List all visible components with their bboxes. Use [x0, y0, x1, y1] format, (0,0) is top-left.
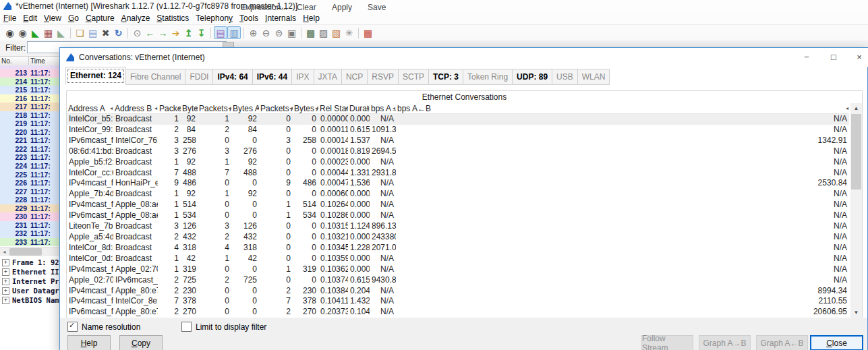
zoom-in-icon[interactable]: ⊕ — [247, 27, 260, 39]
column-header-packets[interactable]: Packets◂ — [158, 103, 181, 114]
conversation-row[interactable]: Apple_b5:f2:87Broadcast192192000.0002330… — [67, 157, 849, 168]
detail-line[interactable]: +Frame 1: 92 — [0, 258, 60, 267]
vscroll-thumb[interactable] — [851, 114, 861, 189]
tab-tcp-3[interactable]: TCP: 3 — [429, 69, 463, 85]
detail-line[interactable]: +NetBIOS Nam — [0, 295, 60, 305]
column-header-bytes-a-b[interactable]: Bytes A←B◂ — [293, 103, 318, 114]
conversation-row[interactable]: LiteonTe_7b:65:e7Broadcast31263126000.10… — [67, 221, 849, 232]
copy-button[interactable]: Copy — [119, 335, 163, 350]
menu-help[interactable]: Help — [299, 13, 323, 23]
packet-row[interactable]: 22011:17: — [0, 128, 60, 137]
conversation-row[interactable]: IntelCor_8d:dc:86Broadcast43184318000.10… — [67, 243, 849, 254]
help-button[interactable]: Help — [67, 335, 111, 350]
menu-statistics[interactable]: Statistics — [153, 13, 192, 23]
packet-row[interactable]: 21811:17: — [0, 111, 60, 120]
hscroll-thumb[interactable] — [9, 248, 42, 256]
expander-icon[interactable]: + — [2, 287, 9, 295]
tab-sctp[interactable]: SCTP — [399, 69, 429, 85]
table-vscrollbar[interactable]: ▲ ▼ — [850, 103, 862, 318]
conversation-row[interactable]: IPv6mcast_fbApple_80:e7:e022700022700.20… — [67, 307, 849, 318]
partial-expression-button[interactable]: Expression... — [241, 3, 287, 12]
detail-line[interactable]: +User Datagr — [0, 286, 60, 295]
close-window-button[interactable]: × — [849, 50, 868, 63]
menu-internals[interactable]: Internals — [262, 13, 299, 23]
limit-display-filter-checkbox[interactable]: ✓ Limit to display filter — [181, 322, 266, 332]
open-capture-icon[interactable]: ❏ — [74, 27, 86, 39]
zoom-out-icon[interactable]: ⊖ — [260, 27, 272, 39]
start-capture-icon[interactable]: ◣ — [29, 27, 42, 39]
conversation-row[interactable]: IPv4mcast_fbApple_02:70:3813190013190.10… — [67, 264, 849, 275]
detail-line[interactable]: +Ethernet II — [0, 267, 60, 276]
partial-clear-button[interactable]: Clear — [297, 3, 316, 12]
conversation-row[interactable]: 08:6d:41:bd:86:86Broadcast32763276000.00… — [67, 146, 849, 157]
conversation-row[interactable]: IPv4mcast_fbHonHaiPr_e5:d6:0994860094860… — [67, 178, 849, 189]
menu-file[interactable]: File — [0, 13, 20, 23]
capture-options-icon[interactable]: ◉ — [16, 27, 29, 39]
scroll-up-icon[interactable]: ▲ — [850, 103, 862, 113]
go-back-icon[interactable]: ← — [144, 27, 156, 39]
expander-icon[interactable]: + — [2, 259, 9, 266]
go-to-top-icon[interactable]: ↥ — [182, 27, 195, 39]
packet-row[interactable]: 22311:17: — [0, 153, 60, 162]
column-no[interactable]: No. — [1, 57, 12, 65]
tab-ipv4-64[interactable]: IPv4: 64 — [213, 69, 252, 85]
preferences-icon[interactable]: ✳ — [343, 27, 355, 39]
column-header-duration[interactable]: Duration◂ — [348, 103, 370, 114]
tab-ncp[interactable]: NCP — [342, 69, 368, 85]
column-header-bytes-a-b[interactable]: Bytes A→B◂ — [231, 103, 259, 114]
find-packet-icon[interactable]: ⊙ — [131, 27, 144, 39]
menu-view[interactable]: View — [40, 13, 65, 23]
column-header-packets-a-b[interactable]: Packets A→B◂ — [198, 103, 231, 114]
maximize-button[interactable]: □ — [823, 50, 844, 63]
tab-ipv6-44[interactable]: IPv6: 44 — [253, 69, 292, 85]
conversation-row[interactable]: IntelCor_99:55:deBroadcast284284000.0001… — [67, 125, 849, 136]
packet-row[interactable]: 23011:17: — [0, 212, 60, 221]
conversation-row[interactable]: IPv4mcast_fbIntelCor_8e:1c:d273780073780… — [67, 296, 849, 307]
conversation-row[interactable]: IPv6mcast_fbApple_08:ae:2515340015340.10… — [67, 210, 849, 221]
column-header-bps-a-b[interactable]: bps A→B◂ — [370, 103, 396, 114]
close-capture-icon[interactable]: ✖ — [99, 27, 112, 39]
conversation-row[interactable]: Apple_7b:4d:d5Broadcast192192000.0006070… — [67, 189, 849, 200]
scroll-left-icon[interactable]: ◂ — [0, 247, 9, 256]
checkbox-icon[interactable]: ✓ — [67, 322, 78, 332]
resize-columns-icon[interactable]: ▣ — [285, 27, 298, 39]
packet-row[interactable]: 22211:17: — [0, 145, 60, 154]
tab-ipx[interactable]: IPX — [292, 69, 314, 85]
close-button[interactable]: Close — [810, 335, 863, 350]
column-header-address-b[interactable]: Address B◂ — [113, 103, 158, 114]
tab-token-ring[interactable]: Token Ring — [463, 69, 513, 85]
scroll-down-icon[interactable]: ▼ — [850, 308, 862, 318]
tab-fddi[interactable]: FDDI — [185, 69, 213, 85]
name-resolution-checkbox[interactable]: ✓ Name resolution — [67, 322, 140, 332]
conversation-row[interactable]: IntelCor_0d:8e:14Broadcast142142000.1035… — [67, 254, 849, 264]
packet-row[interactable]: 22511:17: — [0, 171, 60, 179]
menu-telephony[interactable]: Telephony — [192, 13, 236, 23]
save-capture-icon[interactable]: ▤ — [86, 27, 99, 39]
coloring-rules-icon[interactable]: ▧ — [330, 27, 343, 39]
column-header-bps-a-b[interactable]: bps A←B◂ — [396, 103, 849, 114]
minimize-button[interactable]: − — [797, 50, 817, 63]
partial-apply-button[interactable]: Apply — [332, 3, 352, 12]
colorize-list-icon[interactable]: ▤ — [214, 26, 227, 39]
packet-row[interactable]: 22711:17: — [0, 187, 60, 196]
packet-row[interactable]: 21311:17: — [0, 69, 60, 78]
partial-save-button[interactable]: Save — [368, 3, 386, 12]
expander-icon[interactable]: + — [2, 297, 9, 304]
tab-udp-89[interactable]: UDP: 89 — [513, 69, 552, 85]
column-header-rel-start[interactable]: Rel Start◂ — [318, 103, 348, 114]
packet-row[interactable]: 21611:17: — [0, 94, 60, 103]
column-header-bytes[interactable]: Bytes◂ — [181, 103, 198, 114]
tab-wlan[interactable]: WLAN — [578, 69, 610, 85]
menu-capture[interactable]: Capture — [82, 13, 118, 23]
list-interfaces-icon[interactable]: ◉ — [3, 27, 16, 39]
column-time[interactable]: Time — [30, 57, 45, 65]
expander-icon[interactable]: + — [2, 268, 9, 276]
capture-filter-icon[interactable]: ▩ — [304, 27, 317, 39]
packet-row[interactable]: 23311:17: — [0, 238, 60, 247]
packet-row[interactable]: 21911:17: — [0, 119, 60, 128]
checkbox-icon[interactable]: ✓ — [181, 322, 192, 332]
auto-scroll-icon[interactable]: ▥ — [227, 26, 241, 39]
packet-list-hscrollbar[interactable]: ◂ — [0, 247, 60, 256]
packet-row[interactable]: 22911:17: — [0, 204, 60, 213]
conversation-row[interactable]: Apple_a5:4d:7cBroadcast24322432000.10321… — [67, 232, 849, 243]
